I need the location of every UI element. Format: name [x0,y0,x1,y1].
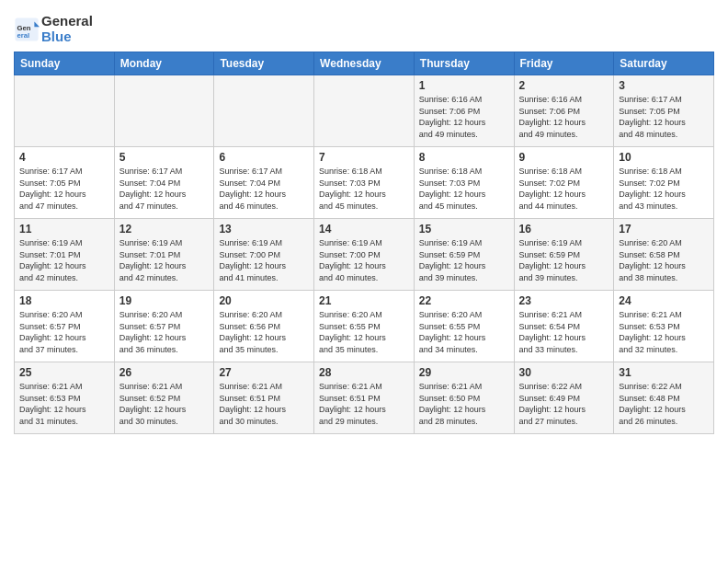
day-number: 3 [619,79,709,92]
calendar-cell: 7Sunrise: 6:18 AM Sunset: 7:03 PM Daylig… [314,147,415,219]
calendar-cell: 11Sunrise: 6:19 AM Sunset: 7:01 PM Dayli… [15,219,115,291]
day-info: Sunrise: 6:21 AM Sunset: 6:53 PM Dayligh… [619,309,709,355]
day-info: Sunrise: 6:18 AM Sunset: 7:02 PM Dayligh… [519,166,609,212]
day-number: 9 [519,151,609,164]
day-info: Sunrise: 6:21 AM Sunset: 6:51 PM Dayligh… [219,381,309,427]
weekday-header: Wednesday [314,52,415,75]
logo-text: General Blue [41,14,93,44]
calendar-cell: 23Sunrise: 6:21 AM Sunset: 6:54 PM Dayli… [514,291,614,362]
day-number: 4 [19,151,109,164]
day-info: Sunrise: 6:19 AM Sunset: 7:00 PM Dayligh… [219,237,309,283]
week-row: 25Sunrise: 6:21 AM Sunset: 6:53 PM Dayli… [15,362,714,434]
day-info: Sunrise: 6:20 AM Sunset: 6:55 PM Dayligh… [319,309,409,355]
day-info: Sunrise: 6:16 AM Sunset: 7:06 PM Dayligh… [519,94,609,140]
calendar-cell: 3Sunrise: 6:17 AM Sunset: 7:05 PM Daylig… [614,75,714,147]
calendar-cell: 21Sunrise: 6:20 AM Sunset: 6:55 PM Dayli… [314,291,415,362]
day-number: 14 [319,223,409,236]
calendar-cell: 31Sunrise: 6:22 AM Sunset: 6:48 PM Dayli… [614,362,714,434]
header-row: SundayMondayTuesdayWednesdayThursdayFrid… [15,52,714,75]
day-number: 7 [319,151,409,164]
calendar-cell: 27Sunrise: 6:21 AM Sunset: 6:51 PM Dayli… [214,362,314,434]
day-info: Sunrise: 6:19 AM Sunset: 7:01 PM Dayligh… [119,237,210,283]
day-number: 20 [219,294,309,307]
day-info: Sunrise: 6:22 AM Sunset: 6:49 PM Dayligh… [519,381,609,427]
day-number: 30 [519,366,609,379]
day-number: 16 [519,223,609,236]
week-row: 1Sunrise: 6:16 AM Sunset: 7:06 PM Daylig… [15,75,714,147]
day-info: Sunrise: 6:17 AM Sunset: 7:04 PM Dayligh… [119,166,210,212]
week-row: 18Sunrise: 6:20 AM Sunset: 6:57 PM Dayli… [15,291,714,362]
calendar-cell: 2Sunrise: 6:16 AM Sunset: 7:06 PM Daylig… [514,75,614,147]
day-number: 8 [419,151,509,164]
day-info: Sunrise: 6:18 AM Sunset: 7:03 PM Dayligh… [419,166,509,212]
day-number: 17 [619,223,709,236]
calendar-cell: 10Sunrise: 6:18 AM Sunset: 7:02 PM Dayli… [614,147,714,219]
calendar-cell [214,75,314,147]
day-info: Sunrise: 6:19 AM Sunset: 7:01 PM Dayligh… [19,237,109,283]
calendar-cell: 28Sunrise: 6:21 AM Sunset: 6:51 PM Dayli… [314,362,415,434]
weekday-header: Thursday [414,52,514,75]
day-info: Sunrise: 6:21 AM Sunset: 6:52 PM Dayligh… [119,381,210,427]
calendar-cell [314,75,415,147]
day-number: 6 [219,151,309,164]
day-number: 21 [319,294,409,307]
calendar-cell: 6Sunrise: 6:17 AM Sunset: 7:04 PM Daylig… [214,147,314,219]
day-number: 29 [419,366,509,379]
logo-icon: Gen eral [14,17,40,42]
day-number: 19 [119,294,210,307]
calendar-cell: 4Sunrise: 6:17 AM Sunset: 7:05 PM Daylig… [15,147,115,219]
day-number: 27 [219,366,309,379]
day-info: Sunrise: 6:18 AM Sunset: 7:02 PM Dayligh… [619,166,709,212]
day-number: 28 [319,366,409,379]
calendar-cell: 29Sunrise: 6:21 AM Sunset: 6:50 PM Dayli… [414,362,514,434]
calendar-cell: 12Sunrise: 6:19 AM Sunset: 7:01 PM Dayli… [114,219,214,291]
day-number: 31 [619,366,709,379]
day-info: Sunrise: 6:17 AM Sunset: 7:05 PM Dayligh… [19,166,109,212]
day-number: 1 [419,79,509,92]
weekday-header: Friday [514,52,614,75]
day-info: Sunrise: 6:21 AM Sunset: 6:50 PM Dayligh… [419,381,509,427]
logo: Gen eral General Blue [14,14,93,44]
week-row: 4Sunrise: 6:17 AM Sunset: 7:05 PM Daylig… [15,147,714,219]
calendar-cell: 5Sunrise: 6:17 AM Sunset: 7:04 PM Daylig… [114,147,214,219]
day-number: 2 [519,79,609,92]
calendar-cell: 1Sunrise: 6:16 AM Sunset: 7:06 PM Daylig… [414,75,514,147]
weekday-header: Monday [114,52,214,75]
calendar-cell: 8Sunrise: 6:18 AM Sunset: 7:03 PM Daylig… [414,147,514,219]
day-info: Sunrise: 6:19 AM Sunset: 6:59 PM Dayligh… [519,237,609,283]
day-number: 25 [19,366,109,379]
calendar-cell [15,75,115,147]
day-info: Sunrise: 6:17 AM Sunset: 7:04 PM Dayligh… [219,166,309,212]
day-number: 15 [419,223,509,236]
day-info: Sunrise: 6:16 AM Sunset: 7:06 PM Dayligh… [419,94,509,140]
day-number: 12 [119,223,210,236]
day-info: Sunrise: 6:20 AM Sunset: 6:55 PM Dayligh… [419,309,509,355]
calendar-cell: 18Sunrise: 6:20 AM Sunset: 6:57 PM Dayli… [15,291,115,362]
day-info: Sunrise: 6:20 AM Sunset: 6:58 PM Dayligh… [619,237,709,283]
calendar-cell: 26Sunrise: 6:21 AM Sunset: 6:52 PM Dayli… [114,362,214,434]
week-row: 11Sunrise: 6:19 AM Sunset: 7:01 PM Dayli… [15,219,714,291]
day-info: Sunrise: 6:19 AM Sunset: 6:59 PM Dayligh… [419,237,509,283]
calendar-cell: 15Sunrise: 6:19 AM Sunset: 6:59 PM Dayli… [414,219,514,291]
day-number: 5 [119,151,210,164]
page-container: Gen eral General Blue SundayMondayTuesda… [0,0,728,443]
day-number: 23 [519,294,609,307]
day-number: 22 [419,294,509,307]
day-info: Sunrise: 6:21 AM Sunset: 6:54 PM Dayligh… [519,309,609,355]
weekday-header: Sunday [15,52,115,75]
calendar-cell: 24Sunrise: 6:21 AM Sunset: 6:53 PM Dayli… [614,291,714,362]
calendar-cell [114,75,214,147]
calendar-cell: 13Sunrise: 6:19 AM Sunset: 7:00 PM Dayli… [214,219,314,291]
calendar-cell: 16Sunrise: 6:19 AM Sunset: 6:59 PM Dayli… [514,219,614,291]
day-info: Sunrise: 6:20 AM Sunset: 6:57 PM Dayligh… [119,309,210,355]
calendar-cell: 22Sunrise: 6:20 AM Sunset: 6:55 PM Dayli… [414,291,514,362]
day-info: Sunrise: 6:19 AM Sunset: 7:00 PM Dayligh… [319,237,409,283]
calendar-cell: 19Sunrise: 6:20 AM Sunset: 6:57 PM Dayli… [114,291,214,362]
calendar-cell: 17Sunrise: 6:20 AM Sunset: 6:58 PM Dayli… [614,219,714,291]
calendar-cell: 30Sunrise: 6:22 AM Sunset: 6:49 PM Dayli… [514,362,614,434]
day-number: 18 [19,294,109,307]
day-info: Sunrise: 6:18 AM Sunset: 7:03 PM Dayligh… [319,166,409,212]
calendar-cell: 25Sunrise: 6:21 AM Sunset: 6:53 PM Dayli… [15,362,115,434]
calendar-cell: 9Sunrise: 6:18 AM Sunset: 7:02 PM Daylig… [514,147,614,219]
day-info: Sunrise: 6:22 AM Sunset: 6:48 PM Dayligh… [619,381,709,427]
